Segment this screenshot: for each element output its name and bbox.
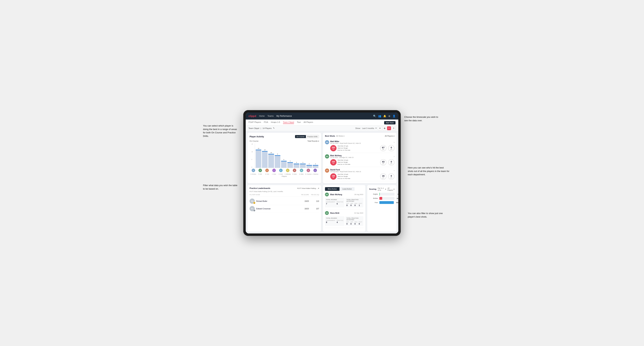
tab-pgat[interactable]: PGAT Players [248, 121, 261, 124]
chart-avatar: B [250, 169, 256, 172]
view-list-btn[interactable]: ☰ [392, 126, 396, 130]
active-date: 02 Sep 2023 [354, 212, 363, 214]
tab-pga[interactable]: PGA [264, 121, 268, 124]
chart-avatar: M [298, 169, 304, 172]
scoring-players-dropdown[interactable]: All Players ▾ [388, 187, 394, 191]
active-player-header: BM Blair McHarg 26 Aug 2023 [325, 192, 363, 196]
chart-avatar: D [264, 169, 270, 172]
nav-link-performance[interactable]: My Performance [276, 115, 292, 117]
stats-row: GTT 0 APP 0 ARG 0 [346, 203, 362, 206]
prac-rank-avatar: EC 2 [250, 206, 255, 211]
shot-badge-label: SG [332, 149, 334, 150]
nav-link-home[interactable]: Home [259, 115, 264, 117]
chart-container: 151050 1312109543322 [250, 144, 319, 168]
shot-player-row: BM Blair McHarg 23 Jul 2023 · Ashridge G… [325, 154, 394, 159]
start-lie: Start Lie: Rough [338, 147, 379, 149]
annotation-top-left: You can select which player is doing the… [203, 124, 238, 138]
bar-col: 4 [287, 160, 293, 168]
avatar: E [279, 169, 282, 172]
prac-player-name: Richard Butler [256, 200, 299, 202]
stats-row: Tournament 7 Practice 6 [326, 201, 343, 205]
toggle-on-course[interactable]: On Course [295, 135, 306, 138]
stat-item: PUTT 0 [359, 221, 362, 225]
yds-label: yds [382, 163, 384, 164]
chart-avatar: E [278, 169, 284, 172]
shot-yds-num: 16 [382, 174, 384, 177]
most-active-tab[interactable]: Most Active [325, 187, 340, 191]
scoring-bar-wrap: 499 [380, 201, 394, 204]
total-rounds-label: Total Rounds [326, 199, 343, 200]
active-player-header: RB Rees Britt 02 Sep 2023 [325, 211, 363, 215]
col-pb-avg: PB AVG SQ [310, 194, 319, 195]
bar [294, 164, 299, 168]
bar [262, 151, 268, 168]
bar-highlight [262, 151, 268, 152]
team-name: Team Clippd [248, 127, 259, 129]
stat-item: Tournament 7 [326, 201, 335, 205]
shot-details-row: 200 SG Shot Dist: 67 yds Start Lie: Roug… [325, 145, 394, 151]
stat-label: APP [350, 203, 353, 204]
bar-col: 10 [268, 152, 274, 168]
chevron-right-icon[interactable]: › [394, 141, 394, 144]
player-name: David Ford [330, 169, 393, 171]
view-grid4-btn[interactable]: ⊞ [378, 126, 382, 130]
chart-avatar: J [271, 169, 277, 172]
people-icon[interactable]: 👥 [378, 115, 381, 117]
total-practice-label: Total Practice Activities [346, 199, 362, 202]
tab-tour[interactable]: Tour [297, 121, 301, 124]
timescale-dropdown[interactable]: Last 3 months [362, 127, 374, 129]
player-sub: 24 Aug 2023 · Royal North Devon GC, Hole… [330, 171, 393, 173]
bar-highlight [281, 161, 287, 162]
bar-value: 3 [302, 162, 303, 163]
edit-icon[interactable]: ✎ [273, 127, 274, 129]
y-axis-labels: 151050 [252, 144, 253, 168]
tab-hcaps[interactable]: Hcaps 1-5 [271, 121, 280, 124]
chevron-right-icon[interactable]: › [394, 169, 394, 172]
active-date: 26 Aug 2023 [354, 194, 363, 195]
tab-team-clippd[interactable]: Team Clippd [283, 121, 294, 124]
practice-sub-title: PUTT Must Make Putting (3-6 ft), Last 3 … [250, 191, 319, 192]
bar-value: 12 [264, 149, 266, 151]
bar-col: 2 [306, 163, 312, 168]
practice-dropdown[interactable]: PUTT Must Make Putting ... ▾ [297, 187, 319, 189]
tab-all-players[interactable]: All Players [304, 121, 313, 124]
view-heart-btn[interactable]: ♥ [387, 126, 391, 130]
view-grid2-btn[interactable]: ▦ [382, 126, 386, 130]
nav-right: 🔍 👥 🔔 ⊕ 👤 [373, 115, 396, 117]
bar-highlight [306, 165, 312, 166]
stat-value: 1 [359, 204, 362, 206]
total-rounds-dropdown[interactable]: Total Rounds ▾ [308, 140, 319, 142]
scoring-panel: Scoring Par 3, 4 & 5s ▾ All Players ▾ Ea… [367, 185, 396, 232]
chevron-right-icon[interactable]: › [394, 155, 394, 158]
shot-badge-label: SG [332, 163, 334, 164]
shot-badge-num: 198 [332, 175, 335, 177]
bottom-right-grid: Most Active Least Active BM Blair McHarg… [323, 185, 396, 232]
toggle-practice-drills[interactable]: Practice Drills [306, 135, 319, 138]
prac-rank-avatar: RB 1 [250, 198, 255, 204]
shot-badge: 198 SG [330, 173, 336, 180]
x-label: G. Billingham [284, 173, 291, 175]
all-players-dropdown[interactable]: All Players ▾ [385, 135, 394, 137]
search-icon[interactable]: 🔍 [373, 115, 376, 117]
prac-pb-score: 19/20 [300, 200, 309, 202]
shot-details-row: 198 SG Shot Dist: 16 yds Start Lie: Roug… [325, 173, 394, 180]
avatar: R [293, 169, 296, 172]
bell-icon[interactable]: 🔔 [383, 115, 386, 117]
x-label: R. Butler [292, 173, 298, 175]
all-shots-dropdown[interactable]: All Shots ▾ [336, 135, 344, 137]
user-icon[interactable]: 👤 [392, 115, 396, 117]
active-player-card: BM Blair McHarg 26 Aug 2023 Total Rounds… [325, 192, 363, 209]
least-active-tab[interactable]: Least Active [340, 187, 354, 191]
add-team-button[interactable]: Add Team [384, 121, 396, 124]
prac-row: RB 1 Richard Butler 19/20 110 [250, 197, 319, 205]
stat-value: 0 [359, 223, 362, 225]
stat-label: GTT [346, 221, 349, 223]
chevron-down-icon[interactable]: ▾ [376, 127, 376, 129]
stat-item: Tournament 8 [326, 220, 335, 223]
scoring-dropdown[interactable]: Par 3, 4 & 5s ▾ [378, 187, 386, 191]
circle-plus-icon[interactable]: ⊕ [388, 115, 390, 117]
nav-link-teams[interactable]: Teams [268, 115, 274, 117]
stat-item: Practice 6 [337, 201, 343, 205]
shot-badge: 200 SG [330, 159, 336, 166]
bar-value: 5 [284, 159, 284, 161]
